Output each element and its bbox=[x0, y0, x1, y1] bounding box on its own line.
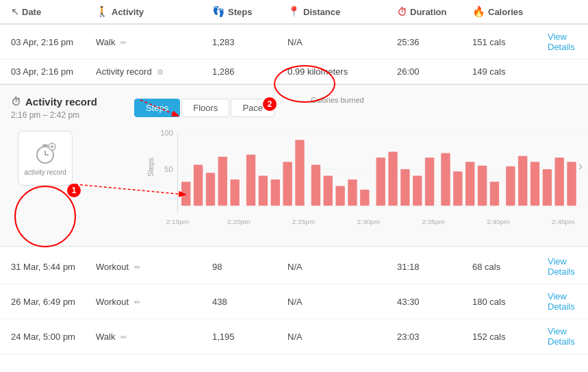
row5-date: 24 Mar, 5:00 pm bbox=[0, 332, 96, 342]
row5-calories: 152 cals bbox=[472, 332, 548, 342]
view-details-link[interactable]: View Details bbox=[548, 326, 575, 347]
panel-title: ⏱ Activity record bbox=[11, 96, 120, 108]
row1-date: 03 Apr, 2:16 pm bbox=[0, 37, 96, 47]
svg-text:2:40pm: 2:40pm bbox=[487, 218, 509, 225]
edit-icon[interactable]: ✏ bbox=[120, 333, 127, 341]
table-row: 24 Mar, 5:00 pm Walk ✏ 1,195 N/A 23:03 1… bbox=[0, 319, 588, 354]
edit-icon[interactable]: ✏ bbox=[134, 298, 140, 306]
svg-text:50: 50 bbox=[164, 165, 172, 173]
row3-date: 31 Mar, 5:44 pm bbox=[0, 262, 96, 272]
svg-rect-26 bbox=[246, 155, 255, 206]
row4-activity: Workout ✏ bbox=[96, 297, 212, 307]
svg-rect-42 bbox=[453, 171, 462, 206]
row3-distance: N/A bbox=[287, 262, 397, 272]
annotation-circle-1 bbox=[14, 186, 76, 247]
svg-rect-23 bbox=[206, 173, 215, 206]
svg-rect-22 bbox=[194, 165, 203, 206]
y-axis-label: Steps bbox=[146, 158, 155, 177]
badge-2: 2 bbox=[263, 97, 277, 111]
svg-text:2:25pm: 2:25pm bbox=[292, 218, 315, 225]
svg-rect-43 bbox=[465, 162, 474, 206]
svg-rect-21 bbox=[181, 182, 190, 206]
svg-rect-31 bbox=[311, 165, 320, 206]
row4-action[interactable]: View Details bbox=[548, 291, 588, 312]
svg-rect-47 bbox=[518, 156, 527, 206]
row3-calories: 68 cals bbox=[472, 262, 548, 272]
svg-text:2:20pm: 2:20pm bbox=[227, 218, 250, 225]
table-row: 26 Mar, 6:49 pm Workout ✏ 438 N/A 43:30 … bbox=[0, 284, 588, 319]
svg-rect-41 bbox=[441, 153, 450, 206]
row4-distance: N/A bbox=[287, 297, 397, 307]
svg-rect-48 bbox=[531, 162, 539, 206]
row3-action[interactable]: View Details bbox=[548, 256, 588, 277]
row2-activity: Activity record ⚙ bbox=[96, 66, 212, 77]
svg-rect-50 bbox=[555, 158, 564, 206]
row2-calories: 149 cals bbox=[472, 66, 548, 77]
svg-rect-28 bbox=[271, 179, 280, 206]
row5-steps: 1,195 bbox=[212, 332, 287, 342]
svg-rect-40 bbox=[425, 158, 434, 206]
svg-rect-49 bbox=[543, 169, 552, 206]
activity-icon: 🚶 bbox=[96, 5, 109, 18]
svg-rect-24 bbox=[218, 157, 227, 206]
svg-text:2:15pm: 2:15pm bbox=[166, 218, 189, 225]
svg-rect-27 bbox=[259, 176, 268, 206]
panel-right: 2 Calories burned Steps Floors Pace Step… bbox=[134, 96, 577, 235]
svg-rect-37 bbox=[388, 151, 397, 206]
view-details-link[interactable]: View Details bbox=[548, 32, 575, 52]
svg-rect-51 bbox=[567, 162, 576, 206]
chart-container: Steps 100 50 2:15pm 2:20pm 2:25pm 2:30pm… bbox=[155, 125, 588, 235]
steps-icon: 👣 bbox=[212, 5, 225, 18]
view-details-link[interactable]: View Details bbox=[548, 256, 575, 277]
row5-action[interactable]: View Details bbox=[548, 326, 588, 347]
duration-icon: ⏱ bbox=[397, 6, 407, 18]
row3-activity: Workout ✏ bbox=[96, 262, 212, 272]
panel-left: ⏱ Activity record 2:16 pm – 2:42 pm acti… bbox=[11, 96, 120, 235]
edit-icon[interactable]: ⚙ bbox=[157, 68, 164, 76]
row2-duration: 26:00 bbox=[397, 66, 472, 77]
bar-chart: 100 50 2:15pm 2:20pm 2:25pm 2:30pm 2:35p… bbox=[155, 125, 588, 235]
row3-steps: 98 bbox=[212, 262, 287, 272]
row1-calories: 151 cals bbox=[472, 37, 548, 47]
svg-rect-38 bbox=[400, 169, 409, 206]
row5-activity: Walk ✏ bbox=[96, 332, 212, 342]
table-row: 31 Mar, 5:44 pm Workout ✏ 98 N/A 31:18 6… bbox=[0, 249, 588, 284]
row1-action[interactable]: View Details bbox=[548, 32, 588, 52]
row3-duration: 31:18 bbox=[397, 262, 472, 272]
chevron-right-icon[interactable]: › bbox=[578, 158, 583, 173]
svg-text:2:35pm: 2:35pm bbox=[422, 218, 444, 225]
row4-duration: 43:30 bbox=[397, 297, 472, 307]
row2-distance: 0.99 kilometers bbox=[287, 66, 397, 77]
row4-calories: 180 cals bbox=[472, 297, 548, 307]
svg-rect-25 bbox=[230, 179, 239, 206]
svg-rect-39 bbox=[413, 176, 422, 206]
svg-rect-36 bbox=[376, 158, 385, 206]
svg-rect-46 bbox=[506, 166, 515, 206]
row4-steps: 438 bbox=[212, 297, 287, 307]
expanded-panel: ⏱ Activity record 2:16 pm – 2:42 pm acti… bbox=[0, 84, 588, 247]
view-details-link[interactable]: View Details bbox=[548, 291, 575, 312]
table-header: ↖ Date 🚶 Activity 👣 Steps 📍 Distance ⏱ D… bbox=[0, 0, 588, 25]
row1-steps: 1,283 bbox=[212, 37, 287, 47]
tab-steps[interactable]: Steps bbox=[134, 99, 180, 117]
distance-icon: 📍 bbox=[287, 5, 301, 18]
calories-icon: 🔥 bbox=[472, 5, 485, 18]
svg-rect-30 bbox=[295, 140, 304, 206]
row1-distance: N/A bbox=[287, 37, 397, 47]
svg-rect-34 bbox=[348, 179, 357, 206]
svg-rect-29 bbox=[283, 162, 292, 206]
icon-label: activity record bbox=[24, 169, 66, 176]
svg-rect-45 bbox=[490, 182, 499, 206]
svg-rect-32 bbox=[324, 176, 333, 206]
panel-clock-icon: ⏱ bbox=[11, 96, 21, 108]
svg-rect-35 bbox=[360, 190, 369, 206]
table-row: 03 Apr, 2:16 pm Walk ✏ 1,283 N/A 25:36 1… bbox=[0, 25, 588, 60]
row5-distance: N/A bbox=[287, 332, 397, 342]
svg-text:2:30pm: 2:30pm bbox=[357, 218, 380, 225]
edit-icon[interactable]: ✏ bbox=[120, 38, 127, 47]
edit-icon[interactable]: ✏ bbox=[134, 263, 140, 271]
distance-header: 📍 Distance bbox=[287, 5, 397, 18]
tab-floors[interactable]: Floors bbox=[181, 99, 229, 117]
cursor-icon: ↖ bbox=[11, 6, 19, 17]
row5-duration: 23:03 bbox=[397, 332, 472, 342]
